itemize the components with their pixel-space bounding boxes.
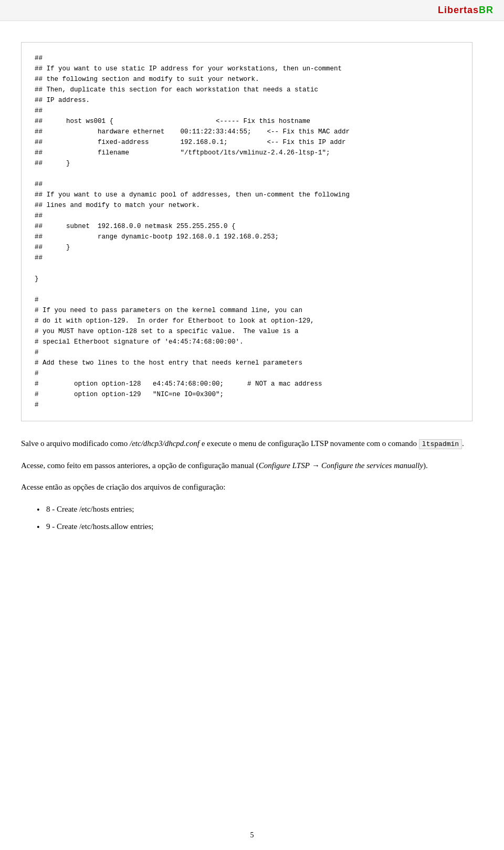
- footer: 5: [0, 831, 504, 839]
- logo-text: LibertasBR: [438, 5, 494, 16]
- list-item: 9 - Create /etc/hosts.allow entries;: [37, 520, 472, 534]
- list-item: 8 - Create /etc/hosts entries;: [37, 503, 472, 516]
- para1-suffix: e execute o menu de configuração LTSP no…: [200, 439, 419, 448]
- main-content: ## ## If you want to use static IP addre…: [0, 21, 504, 560]
- header: LibertasBR: [0, 0, 504, 21]
- page-number: 5: [250, 831, 254, 839]
- para1-prefix: Salve o arquivo modificado como: [21, 439, 130, 448]
- paragraph-3: Acesse então as opções de criação dos ar…: [21, 481, 472, 494]
- paragraph-2: Acesse, como feito em passos anteriores,…: [21, 459, 472, 473]
- para2-italic: Configure LTSP → Configure the services …: [259, 461, 423, 470]
- para2-end: ).: [423, 461, 428, 470]
- para1-path: /etc/dhcp3/dhcpd.conf: [130, 439, 200, 448]
- page-wrapper: LibertasBR ## ## If you want to use stat…: [0, 0, 504, 850]
- code-block: ## ## If you want to use static IP addre…: [21, 42, 472, 421]
- bullet-list: 8 - Create /etc/hosts entries;9 - Create…: [37, 503, 472, 534]
- logo-br: BR: [479, 5, 494, 15]
- para1-end: .: [462, 439, 464, 448]
- paragraph-1: Salve o arquivo modificado como /etc/dhc…: [21, 437, 472, 451]
- logo-libertas: Libertas: [438, 5, 479, 15]
- para1-command: ltspadmin: [419, 439, 462, 449]
- para2-text: Acesse, como feito em passos anteriores,…: [21, 461, 259, 470]
- logo-area: LibertasBR: [438, 5, 494, 16]
